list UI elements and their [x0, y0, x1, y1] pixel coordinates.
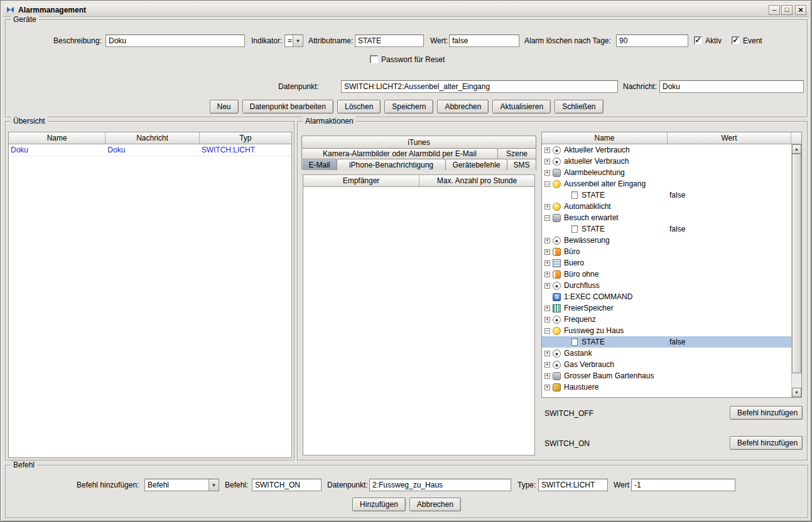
passwort-reset-checkbox[interactable]: [370, 55, 378, 63]
scroll-down-icon[interactable]: ▼: [792, 388, 801, 397]
expand-icon[interactable]: [544, 147, 550, 153]
expand-icon[interactable]: [544, 373, 550, 379]
lamp-icon: [553, 180, 561, 188]
meter-icon: [553, 282, 561, 290]
tree-node[interactable]: Büro ohne: [542, 269, 791, 280]
tree-node[interactable]: Gastank: [542, 348, 791, 359]
tree-node[interactable]: Aktueller Verbrauch: [542, 144, 791, 156]
alarm-loeschen-field[interactable]: 90: [616, 35, 688, 47]
expand-icon[interactable]: [544, 283, 550, 289]
attributname-field[interactable]: STATE: [355, 35, 424, 47]
wert-field[interactable]: false: [449, 35, 519, 47]
expand-icon[interactable]: [544, 204, 550, 210]
expand-icon[interactable]: [544, 306, 550, 311]
tab-itunes[interactable]: iTunes: [301, 136, 536, 148]
aktualisieren-button[interactable]: Aktualisieren: [492, 100, 551, 114]
loeschen-button[interactable]: Löschen: [337, 100, 381, 114]
tree-node[interactable]: Haustuere: [542, 381, 791, 393]
tree-node[interactable]: STATEfalse: [542, 336, 791, 348]
tree-node[interactable]: FreierSpeicher: [542, 302, 791, 314]
type-label: Type:: [517, 479, 536, 491]
nachricht-field[interactable]: Doku: [659, 80, 804, 93]
tree-node[interactable]: Büro: [542, 246, 791, 257]
uebersicht-group-title: Übersicht: [11, 117, 48, 125]
expand-icon[interactable]: [544, 362, 550, 368]
table-row[interactable]: Doku Doku SWITCH:LICHT: [9, 144, 291, 156]
tree-node[interactable]: Aussenbel alter Eingang: [542, 178, 791, 189]
expand-icon[interactable]: [544, 351, 550, 356]
switch-off-label: SWITCH_OFF: [544, 407, 593, 420]
speichern-button[interactable]: Speichern: [384, 100, 433, 114]
beschreibung-field[interactable]: Doku: [106, 35, 245, 47]
expand-icon[interactable]: [544, 260, 550, 266]
tree-node[interactable]: Fussweg zu Haus: [542, 325, 791, 336]
tree-node-label: Automatiklicht: [564, 202, 611, 211]
column-header-max-anzahl: Max. Anzahl pro Stunde: [420, 175, 534, 187]
befehl-hinzufuegen-select[interactable]: Befehl ▼: [144, 479, 219, 491]
indikator-select[interactable]: = ▼: [284, 35, 303, 47]
tree-node[interactable]: Buero: [542, 257, 791, 269]
tree-node-label: Buero: [564, 258, 584, 267]
tree-node-label: Frequenz: [564, 315, 596, 324]
tab-kamera-alarmbilder[interactable]: Kamera-Alarmbilder oder Alarmbild per E-…: [301, 148, 498, 159]
tree-node-label: Aktueller Verbrauch: [564, 146, 630, 154]
tab-geraetebefehle[interactable]: Gerätebefehle: [446, 159, 507, 170]
titlebar[interactable]: Alarmmanagement – □ ×: [3, 3, 809, 17]
befehl-hinzufuegen-switch-off-button[interactable]: Befehl hinzufügen: [730, 406, 803, 420]
tab-email[interactable]: E-Mail: [301, 159, 337, 170]
datenpunkt-field[interactable]: SWITCH:LICHT2:Aussenbel_alter_Eingang: [341, 80, 618, 93]
event-checkbox[interactable]: [732, 36, 740, 45]
expand-icon[interactable]: [544, 170, 550, 176]
maximize-button[interactable]: □: [781, 5, 793, 15]
schliessen-button[interactable]: Schließen: [555, 100, 603, 114]
hinzufuegen-button[interactable]: Hinzufügen: [352, 498, 406, 511]
tree-node[interactable]: Gas Verbrauch: [542, 359, 791, 370]
tab-iphone-benachrichtigung[interactable]: iPhone-Benachrichtigung: [337, 159, 446, 170]
tree-node-label: Durchfluss: [564, 281, 600, 290]
befehl-group-title: Befehl: [11, 461, 37, 469]
tree-node[interactable]: Besuch erwartet: [542, 212, 791, 223]
neu-button[interactable]: Neu: [210, 100, 239, 114]
expand-icon[interactable]: [544, 385, 550, 390]
collapse-icon[interactable]: [544, 328, 550, 334]
expand-icon[interactable]: [544, 159, 550, 164]
device-icon: [553, 372, 561, 380]
tree-node-label: Besuch erwartet: [564, 213, 619, 222]
minimize-button[interactable]: –: [769, 5, 780, 15]
tree-node[interactable]: Automatiklicht: [542, 201, 791, 212]
befehl-datenpunkt-field[interactable]: 2:Fussweg_zu_Haus: [369, 479, 511, 491]
tab-sms[interactable]: SMS: [507, 159, 536, 170]
expand-icon[interactable]: [544, 317, 550, 322]
tree-node[interactable]: STATEfalse: [542, 189, 791, 201]
tree-node[interactable]: 1:EXEC COMMAND: [542, 291, 791, 302]
tab-szene[interactable]: Szene: [498, 148, 536, 159]
datenpunkt-bearbeiten-button[interactable]: Datenpunkt bearbeiten: [242, 100, 333, 114]
tree-node-label: Gas Verbrauch: [564, 360, 614, 369]
expand-icon[interactable]: [544, 238, 550, 243]
befehl-hinzufuegen-switch-on-button[interactable]: Befehl hinzufügen: [730, 436, 803, 450]
tree-node[interactable]: STATEfalse: [542, 223, 791, 235]
device-tree-panel: Name Wert Aktueller Verbrauchaktueller V…: [541, 132, 802, 398]
tree-node[interactable]: aktueller Verbrauch: [542, 156, 791, 167]
expand-icon[interactable]: [544, 249, 550, 255]
type-field[interactable]: SWITCH:LICHT: [538, 479, 608, 491]
tree-node[interactable]: Grosser Baum Gartenhaus: [542, 370, 791, 381]
close-button[interactable]: ×: [795, 5, 806, 15]
tree-node[interactable]: Durchfluss: [542, 280, 791, 291]
tree-node[interactable]: Bewässerung: [542, 235, 791, 246]
tree-scrollbar[interactable]: ▲ ▼: [791, 144, 801, 397]
aktiv-checkbox[interactable]: [694, 36, 702, 45]
befehl-wert-field[interactable]: -1: [631, 479, 735, 491]
tree-node[interactable]: Alarmbeleuchtung: [542, 167, 791, 178]
scroll-up-icon[interactable]: ▲: [792, 144, 801, 154]
befehl-field[interactable]: SWITCH_ON: [252, 479, 322, 491]
geraete-group-title: Geräte: [11, 15, 39, 24]
expand-icon[interactable]: [544, 272, 550, 277]
collapse-icon[interactable]: [544, 215, 550, 221]
abbrechen-button[interactable]: Abbrechen: [437, 100, 489, 114]
alarmaktionen-tabpane: iTunes Kamera-Alarmbilder oder Alarmbild…: [301, 136, 536, 457]
tree-node[interactable]: Frequenz: [542, 314, 791, 325]
befehl-abbrechen-button[interactable]: Abbrechen: [409, 498, 461, 511]
collapse-icon[interactable]: [544, 181, 550, 187]
scroll-thumb[interactable]: [792, 154, 801, 373]
